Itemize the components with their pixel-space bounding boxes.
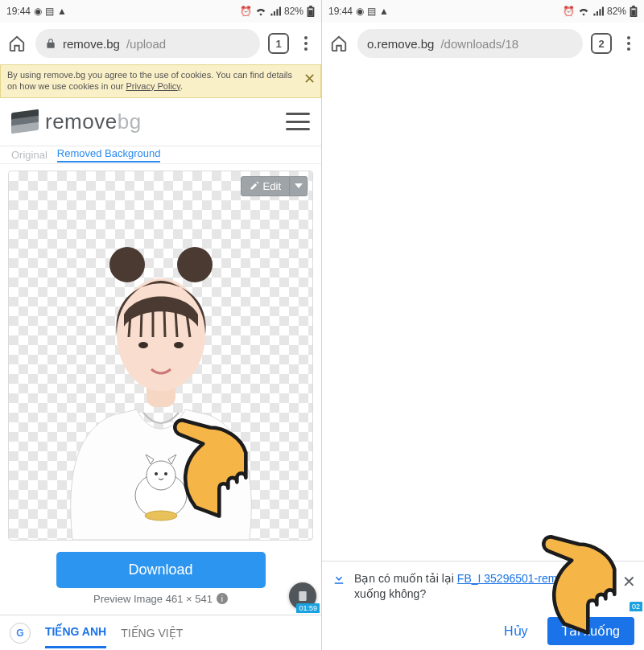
svg-point-4	[177, 247, 213, 282]
wifi-icon	[255, 6, 266, 16]
warning-icon: ▲	[379, 6, 389, 17]
tab-count[interactable]: 1	[268, 33, 289, 54]
browser-menu-button[interactable]	[297, 36, 315, 51]
svg-point-15	[155, 472, 158, 475]
record-icon: ◉	[34, 6, 42, 17]
tab-removed[interactable]: Removed Background	[57, 147, 161, 162]
status-bar: 19:44 ◉ ▤ ▲ ⏰ 82%	[0, 0, 321, 23]
battery-text: 82%	[607, 6, 626, 17]
lang-english[interactable]: TIẾNG ANH	[45, 625, 106, 648]
phone-right: 19:44 ◉ ▤ ▲ ⏰ 82% o.remove.bg/downloads/…	[322, 0, 644, 650]
download-icon	[332, 571, 346, 602]
url-host: o.remove.bg	[367, 37, 434, 51]
address-bar: remove.bg/upload 1	[0, 23, 321, 64]
download-filename[interactable]: FB_I 35296501-removebg-pr	[457, 572, 602, 585]
svg-point-12	[174, 342, 184, 348]
signal-icon	[592, 6, 604, 16]
chat-icon: ▤	[367, 6, 376, 17]
url-field[interactable]: remove.bg/upload	[35, 29, 260, 58]
status-bar: 19:44 ◉ ▤ ▲ ⏰ 82%	[322, 0, 644, 23]
lock-icon	[45, 38, 56, 49]
svg-line-9	[175, 311, 177, 337]
phone-left: 19:44 ◉ ▤ ▲ ⏰ 82% remove.bg/	[0, 0, 322, 650]
battery-text: 82%	[284, 6, 303, 17]
menu-button[interactable]	[286, 113, 310, 130]
logo[interactable]: removebg	[11, 109, 142, 134]
edit-dropdown[interactable]	[290, 176, 308, 196]
tab-count[interactable]: 2	[591, 33, 612, 54]
browser-menu-button[interactable]	[620, 36, 638, 51]
url-host: remove.bg	[63, 37, 120, 51]
battery-icon	[630, 6, 638, 17]
svg-rect-19	[631, 10, 635, 15]
preview-dimensions: Preview Image 461 × 541 i	[0, 593, 321, 605]
confirm-download-button[interactable]: Tải xuống	[547, 617, 634, 645]
svg-line-5	[129, 315, 130, 337]
alarm-icon: ⏰	[240, 6, 252, 17]
battery-icon	[307, 6, 315, 17]
url-path: /downloads/18	[440, 37, 518, 51]
close-icon[interactable]: ✕	[622, 571, 636, 593]
info-icon[interactable]: i	[217, 593, 228, 604]
warning-icon: ▲	[57, 6, 67, 17]
signal-icon	[270, 6, 281, 16]
download-actions: Hủy Tải xuống	[322, 611, 644, 650]
url-path: /upload	[126, 37, 166, 51]
download-button[interactable]: Download	[56, 552, 266, 588]
svg-line-6	[141, 311, 142, 337]
close-icon[interactable]: ✕	[303, 70, 316, 88]
overlay-timestamp: 01:59	[296, 603, 320, 613]
google-translate-icon[interactable]: G	[10, 623, 31, 644]
alarm-icon: ⏰	[563, 6, 575, 17]
result-tabs: Original Removed Background	[0, 146, 321, 164]
svg-rect-0	[308, 10, 312, 15]
status-clock: 19:44	[6, 6, 31, 17]
preview-card: Edit	[8, 171, 313, 541]
svg-point-3	[109, 247, 145, 282]
chat-icon: ▤	[45, 6, 54, 17]
svg-point-17	[145, 511, 177, 520]
home-button[interactable]	[6, 33, 27, 54]
svg-point-14	[147, 461, 175, 490]
site-header: removebg	[0, 98, 321, 146]
cancel-button[interactable]: Hủy	[493, 617, 539, 645]
translate-bar: G TIẾNG ANH TIẾNG VIỆT	[0, 615, 321, 650]
download-prompt: Bạn có muốn tải lại FB_I 35296501-remove…	[322, 561, 644, 611]
privacy-link[interactable]: Privacy Policy	[126, 81, 180, 91]
record-icon: ◉	[356, 6, 364, 17]
svg-rect-18	[299, 591, 306, 601]
address-bar: o.remove.bg/downloads/18 2	[322, 23, 644, 64]
overlay-timestamp: 02	[630, 602, 642, 611]
download-prompt-text: Bạn có muốn tải lại FB_I 35296501-remove…	[354, 571, 612, 602]
lang-vietnamese[interactable]: TIẾNG VIỆT	[121, 627, 183, 640]
home-button[interactable]	[328, 33, 349, 54]
svg-point-16	[164, 472, 167, 475]
tab-original[interactable]: Original	[11, 149, 47, 161]
logo-icon	[11, 111, 39, 132]
status-clock: 19:44	[328, 6, 353, 17]
svg-point-11	[138, 342, 148, 348]
svg-line-8	[164, 309, 165, 337]
wifi-icon	[578, 6, 589, 16]
url-field[interactable]: o.remove.bg/downloads/18	[357, 29, 583, 58]
cookie-banner: By using remove.bg you agree to the use …	[0, 64, 321, 98]
result-image	[40, 194, 282, 540]
